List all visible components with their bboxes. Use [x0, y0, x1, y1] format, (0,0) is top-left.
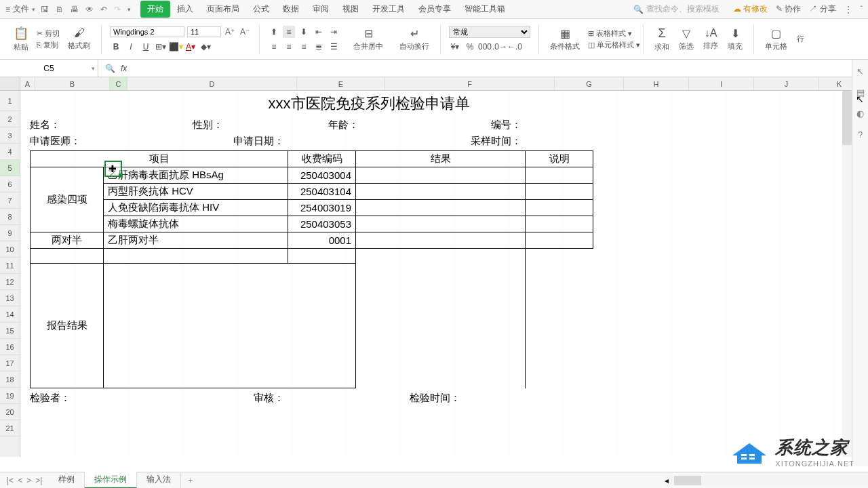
fill-color-icon[interactable]: ⬛▾: [170, 41, 182, 53]
decrease-font-icon[interactable]: A⁻: [239, 26, 251, 38]
font-select[interactable]: [110, 26, 184, 37]
help-icon[interactable]: ?: [858, 129, 863, 140]
percent-icon[interactable]: %: [464, 41, 476, 53]
cell-style-button[interactable]: ◫ 单元格样式▾: [588, 40, 640, 50]
merge-button[interactable]: ⊟ 合并居中: [351, 26, 386, 53]
align-top-icon[interactable]: ⬆: [268, 26, 280, 38]
sort-button[interactable]: ↓A排序: [701, 26, 721, 52]
border-icon[interactable]: ⊞▾: [155, 41, 167, 53]
col-header-D[interactable]: D: [127, 77, 297, 90]
row-header-18[interactable]: 18: [0, 371, 20, 388]
col-header-F[interactable]: F: [385, 77, 555, 90]
row-header-7[interactable]: 7: [0, 192, 20, 209]
highlight-icon[interactable]: ◆▾: [199, 41, 212, 53]
sheet-tab-1[interactable]: 样例: [49, 472, 85, 488]
row-header-15[interactable]: 15: [0, 323, 20, 339]
cells-area[interactable]: xxx市医院免疫系列检验申请单 姓名： 性别： 年龄： 编号： 申请医师： 申请…: [20, 91, 868, 457]
inc-decimal-icon[interactable]: .0→: [494, 41, 506, 53]
indent-dec-icon[interactable]: ⇤: [313, 26, 325, 38]
collab-button[interactable]: ✎ 协作: [776, 3, 801, 15]
row-header-5[interactable]: 5: [0, 160, 20, 176]
comma-icon[interactable]: 000: [479, 41, 491, 53]
redo-icon[interactable]: ↷: [114, 5, 121, 14]
cond-format-button[interactable]: ▦ 条件格式: [547, 26, 583, 53]
col-header-E[interactable]: E: [297, 77, 385, 90]
sheet-tab-2[interactable]: 操作示例: [85, 472, 137, 488]
scroll-thumb[interactable]: [674, 476, 701, 485]
align-bottom-icon[interactable]: ⬇: [298, 26, 310, 38]
bold-icon[interactable]: B: [110, 41, 122, 53]
row-header-6[interactable]: 6: [0, 176, 20, 192]
row-header-19[interactable]: 19: [0, 388, 20, 404]
sheet-last-icon[interactable]: >|: [35, 476, 42, 485]
row-header-2[interactable]: 2: [0, 111, 20, 127]
copy-button[interactable]: ⎘复制: [37, 40, 60, 50]
has-changes[interactable]: ☁ 有修改: [733, 3, 768, 15]
name-box[interactable]: ▾: [0, 60, 98, 77]
formula-input[interactable]: [132, 63, 861, 73]
row-header-21[interactable]: 21: [0, 420, 20, 436]
panel-icon-2[interactable]: ◐: [856, 108, 864, 119]
col-header-A[interactable]: A: [20, 77, 35, 90]
dec-decimal-icon[interactable]: ←.0: [509, 41, 521, 53]
paste-button[interactable]: 📋 粘贴: [11, 24, 31, 54]
row-header-11[interactable]: 11: [0, 258, 20, 274]
sheet-next-icon[interactable]: >: [26, 476, 31, 485]
name-box-dropdown-icon[interactable]: ▾: [92, 65, 95, 72]
font-size-select[interactable]: [187, 26, 221, 37]
sheet-prev-icon[interactable]: <: [18, 476, 22, 485]
file-menu[interactable]: ≡ 文件 ▾: [5, 3, 35, 15]
tab-insert[interactable]: 插入: [170, 1, 200, 18]
font-color-icon[interactable]: A▾: [184, 41, 197, 53]
print-preview-icon[interactable]: 👁: [85, 5, 94, 14]
tab-start[interactable]: 开始: [140, 1, 170, 18]
add-sheet-button[interactable]: +: [181, 476, 199, 485]
fill-button[interactable]: ⬇填充: [725, 26, 745, 53]
print-icon[interactable]: 🖶: [71, 5, 79, 14]
justify-icon[interactable]: ≣: [313, 41, 325, 53]
sheet-tab-3[interactable]: 输入法: [137, 472, 181, 488]
row-header-1[interactable]: 1: [0, 91, 20, 111]
save-as-icon[interactable]: 🗎: [56, 5, 64, 14]
increase-font-icon[interactable]: A⁺: [224, 26, 236, 38]
tab-review[interactable]: 审阅: [306, 1, 336, 18]
undo-icon[interactable]: ↶: [100, 5, 107, 14]
sum-button[interactable]: Σ求和: [652, 25, 672, 54]
tab-view[interactable]: 视图: [336, 1, 366, 18]
cancel-icon[interactable]: 🔍: [105, 64, 115, 73]
align-right-icon[interactable]: ≡: [298, 41, 310, 53]
sheet-first-icon[interactable]: |<: [7, 476, 14, 485]
cell-button[interactable]: ▢单元格: [762, 26, 790, 53]
number-format-select[interactable]: 常规: [449, 26, 530, 38]
col-header-I[interactable]: I: [689, 77, 754, 90]
wrap-button[interactable]: ↵ 自动换行: [397, 26, 432, 53]
indent-inc-icon[interactable]: ⇥: [328, 26, 340, 38]
chevron-up-icon[interactable]: ˆ: [861, 5, 863, 13]
hscroll-left-icon[interactable]: ◂: [665, 476, 669, 485]
share-button[interactable]: ↗ 分享: [809, 3, 835, 15]
distribute-icon[interactable]: ☰: [328, 41, 340, 53]
underline-icon[interactable]: U: [140, 41, 152, 53]
col-header-C[interactable]: C: [110, 77, 127, 90]
qat-dropdown-icon[interactable]: ▾: [127, 6, 131, 13]
row-header-3[interactable]: 3: [0, 127, 20, 144]
more-icon[interactable]: ⋮: [844, 5, 852, 14]
col-header-B[interactable]: B: [35, 77, 110, 90]
format-painter-button[interactable]: 🖌 格式刷: [65, 26, 93, 52]
tab-smart[interactable]: 智能工具箱: [458, 1, 512, 18]
row-header-4[interactable]: 4: [0, 144, 20, 160]
italic-icon[interactable]: I: [125, 41, 137, 53]
tab-data[interactable]: 数据: [276, 1, 306, 18]
vertical-scrollbar[interactable]: [842, 91, 852, 457]
horizontal-scrollbar[interactable]: ◂: [665, 476, 868, 485]
scroll-thumb[interactable]: [842, 91, 852, 145]
col-header-J[interactable]: J: [754, 77, 819, 90]
command-search[interactable]: 🔍 查找命令、搜索模板: [633, 3, 719, 15]
select-all-corner[interactable]: [0, 77, 20, 90]
row-header-14[interactable]: 14: [0, 306, 20, 323]
align-left-icon[interactable]: ≡: [268, 41, 280, 53]
row-header-12[interactable]: 12: [0, 274, 20, 290]
row-header-9[interactable]: 9: [0, 225, 20, 241]
save-icon[interactable]: 🖫: [41, 5, 49, 14]
row-header-17[interactable]: 17: [0, 355, 20, 371]
